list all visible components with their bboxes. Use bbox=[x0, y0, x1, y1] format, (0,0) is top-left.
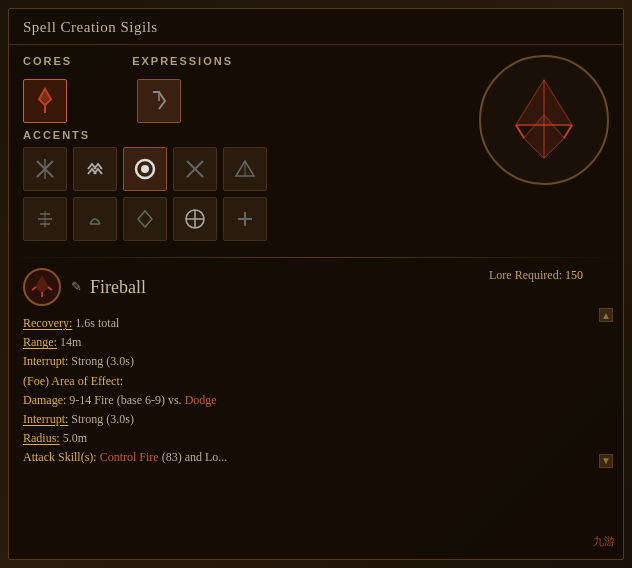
aoe-label: (Foe) Area of Effect: bbox=[23, 374, 123, 388]
accent-sigil-triangle-lines bbox=[232, 156, 258, 182]
expressions-label: EXPRESSIONS bbox=[132, 55, 233, 67]
accent-sigil-plus bbox=[232, 206, 258, 232]
attack-skills-highlight: Control Fire bbox=[100, 450, 159, 464]
stat-damage: Damage: 9-14 Fire (base 6-9) vs. Dodge bbox=[23, 391, 609, 410]
core-sigil-1 bbox=[31, 87, 59, 115]
stat-attack-skills: Attack Skill(s): Control Fire (83) and L… bbox=[23, 448, 609, 467]
accent-sigil-x bbox=[182, 156, 208, 182]
svg-line-34 bbox=[32, 287, 36, 290]
accent-slot-6[interactable] bbox=[23, 197, 67, 241]
svg-marker-32 bbox=[36, 277, 48, 292]
radius-label: Radius: bbox=[23, 431, 60, 445]
interrupt-1-label: Interrupt: bbox=[23, 354, 68, 368]
damage-label: Damage: bbox=[23, 393, 66, 407]
svg-line-35 bbox=[48, 287, 52, 290]
recovery-value: 1.6s total bbox=[75, 316, 119, 330]
accent-slot-5[interactable] bbox=[223, 147, 267, 191]
fireball-sigil-large bbox=[494, 70, 594, 170]
spell-name-text: Fireball bbox=[90, 277, 146, 298]
accent-sigil-lines bbox=[32, 206, 58, 232]
accent-slot-9[interactable] bbox=[173, 197, 217, 241]
stat-interrupt-2: Interrupt: Strong (3.0s) bbox=[23, 410, 609, 429]
lore-value: 150 bbox=[565, 268, 583, 282]
expression-slot-1[interactable] bbox=[137, 79, 181, 123]
accent-sigil-chevrons bbox=[82, 156, 108, 182]
accent-slot-2[interactable] bbox=[73, 147, 117, 191]
spell-header: ✎ Fireball Lore Required: 150 bbox=[23, 268, 609, 306]
range-value: 14m bbox=[60, 335, 81, 349]
left-controls: CORES EXPRESSIONS bbox=[23, 55, 463, 247]
damage-highlight: Dodge bbox=[185, 393, 217, 407]
lore-required-area: Lore Required: 150 bbox=[489, 268, 583, 283]
watermark-logo: 九游 bbox=[593, 534, 615, 549]
accents-row-1 bbox=[23, 147, 463, 191]
stat-range: Range: 14m bbox=[23, 333, 609, 352]
cores-label: CORES bbox=[23, 55, 72, 67]
svg-marker-18 bbox=[138, 211, 152, 227]
panel-title: Spell Creation Sigils bbox=[9, 9, 623, 45]
svg-line-26 bbox=[516, 125, 524, 138]
main-panel: Spell Creation Sigils CORES EXPRESSIONS bbox=[8, 8, 624, 560]
accents-row-2 bbox=[23, 197, 463, 241]
top-section: CORES EXPRESSIONS bbox=[9, 45, 623, 257]
damage-value: 9-14 Fire (base 6-9) vs. bbox=[69, 393, 184, 407]
scroll-down-button[interactable]: ▼ bbox=[599, 454, 613, 468]
accent-sigil-arc bbox=[82, 206, 108, 232]
accent-slot-plus[interactable] bbox=[223, 197, 267, 241]
radius-value: 5.0m bbox=[63, 431, 87, 445]
accent-slot-7[interactable] bbox=[73, 197, 117, 241]
section-labels-row: CORES EXPRESSIONS bbox=[23, 55, 463, 73]
stat-interrupt-1: Interrupt: Strong (3.0s) bbox=[23, 352, 609, 371]
accent-slot-3[interactable] bbox=[123, 147, 167, 191]
core-slot-1[interactable] bbox=[23, 79, 67, 123]
svg-line-27 bbox=[564, 125, 572, 138]
accent-sigil-circle bbox=[132, 156, 158, 182]
large-sigil-preview bbox=[479, 55, 609, 185]
attack-skills-label: Attack Skill(s): bbox=[23, 450, 97, 464]
accent-sigil-diamond bbox=[132, 206, 158, 232]
spell-icon bbox=[23, 268, 61, 306]
attack-skills-extra: (83) and Lo... bbox=[162, 450, 228, 464]
accent-slot-1[interactable] bbox=[23, 147, 67, 191]
accent-slot-8[interactable] bbox=[123, 197, 167, 241]
interrupt-2-value: Strong (3.0s) bbox=[71, 412, 134, 426]
accents-label: ACCENTS bbox=[23, 129, 463, 141]
spell-sigil-icon bbox=[29, 274, 55, 300]
scroll-up-button[interactable]: ▲ bbox=[599, 308, 613, 322]
accent-sigil-grid bbox=[182, 206, 208, 232]
interrupt-1-value: Strong (3.0s) bbox=[71, 354, 134, 368]
cores-expressions-row bbox=[23, 79, 463, 123]
stats-area: Recovery: 1.6s total Range: 14m Interrup… bbox=[23, 314, 609, 468]
stat-aoe: (Foe) Area of Effect: bbox=[23, 372, 609, 391]
accents-section: ACCENTS bbox=[23, 129, 463, 141]
stat-radius: Radius: 5.0m bbox=[23, 429, 609, 448]
accent-sigil-cross bbox=[32, 156, 58, 182]
edit-icon: ✎ bbox=[71, 279, 82, 295]
range-label: Range: bbox=[23, 335, 57, 349]
bottom-section: ✎ Fireball Lore Required: 150 Recovery: … bbox=[9, 258, 623, 478]
recovery-label: Recovery: bbox=[23, 316, 72, 330]
accent-slot-4[interactable] bbox=[173, 147, 217, 191]
svg-point-8 bbox=[141, 165, 149, 173]
scrollbar: ▲ ▼ bbox=[599, 308, 613, 468]
interrupt-2-label: Interrupt: bbox=[23, 412, 68, 426]
lore-label: Lore Required: bbox=[489, 268, 562, 282]
expression-sigil-1 bbox=[145, 87, 173, 115]
stat-recovery: Recovery: 1.6s total bbox=[23, 314, 609, 333]
